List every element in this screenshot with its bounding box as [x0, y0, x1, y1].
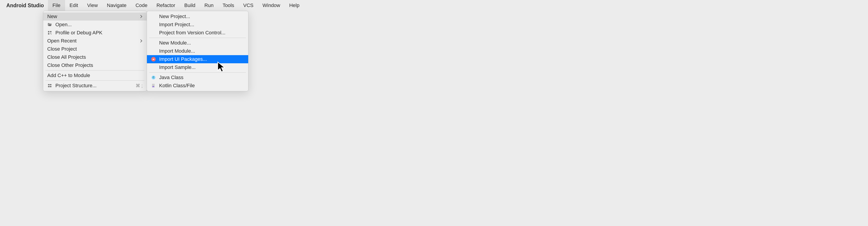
label: Import Sample... — [159, 64, 244, 70]
label: Import Project... — [159, 22, 244, 28]
menu-code[interactable]: Code — [131, 0, 152, 11]
label: Project Structure... — [55, 83, 135, 89]
profile-apk-icon — [47, 30, 52, 35]
menu-help[interactable]: Help — [285, 0, 304, 11]
label: New — [47, 13, 140, 20]
folder-open-icon — [47, 22, 52, 27]
new-kotlin-class[interactable]: Kotlin Class/File — [147, 82, 248, 90]
import-module[interactable]: Import Module... — [147, 47, 248, 55]
label: Open Recent — [47, 38, 140, 44]
menu-label: Build — [184, 2, 195, 8]
menu-window[interactable]: Window — [258, 0, 285, 11]
shortcut: ⌘ ; — [135, 83, 143, 88]
label: Close Other Projects — [47, 62, 143, 68]
menu-label: Window — [262, 2, 280, 8]
menu-label: Code — [135, 2, 148, 8]
from-version-control[interactable]: Project from Version Control... — [147, 29, 248, 37]
chevron-right-icon — [139, 39, 142, 42]
menu-edit[interactable]: Edit — [65, 0, 83, 11]
menu-run[interactable]: Run — [200, 0, 218, 11]
menu-label: VCS — [243, 2, 253, 8]
menu-refactor[interactable]: Refactor — [152, 0, 180, 11]
menu-tools[interactable]: Tools — [218, 0, 239, 11]
menubar: Android Studio File Edit View Navigate C… — [0, 0, 868, 11]
menu-label: Refactor — [156, 2, 175, 8]
new-project[interactable]: New Project... — [147, 12, 248, 21]
menu-label: File — [53, 2, 60, 8]
file-close-other[interactable]: Close Other Projects — [43, 61, 147, 69]
menu-label: Navigate — [107, 2, 127, 8]
label: Open... — [55, 22, 143, 28]
file-open-recent[interactable]: Open Recent — [43, 37, 147, 45]
new-submenu-dropdown: New Project... Import Project... Project… — [147, 11, 248, 91]
menu-vcs[interactable]: VCS — [239, 0, 258, 11]
menu-build[interactable]: Build — [180, 0, 200, 11]
label: Close All Projects — [47, 54, 143, 60]
file-project-structure[interactable]: Project Structure... ⌘ ; — [43, 82, 147, 90]
file-open[interactable]: Open... — [43, 21, 147, 29]
label: New Project... — [159, 13, 244, 20]
chevron-right-icon — [139, 15, 142, 18]
menu-label: Edit — [70, 2, 78, 8]
new-java-class[interactable]: C Java Class — [147, 73, 248, 82]
menu-view[interactable]: View — [83, 0, 102, 11]
separator — [45, 80, 145, 81]
svg-text:C: C — [153, 76, 154, 79]
relay-icon — [151, 57, 156, 62]
label: Profile or Debug APK — [55, 30, 143, 36]
file-close-project[interactable]: Close Project — [43, 45, 147, 53]
app-name: Android Studio — [2, 2, 48, 8]
file-menu-dropdown: New Open... Profile or Debug APK Open Re… — [43, 11, 147, 91]
label: Import UI Packages... — [159, 56, 244, 62]
label: New Module... — [159, 40, 244, 46]
label: Kotlin Class/File — [159, 83, 244, 89]
import-sample[interactable]: Import Sample... — [147, 63, 248, 71]
separator — [149, 38, 246, 38]
label: Close Project — [47, 46, 143, 52]
file-profile-apk[interactable]: Profile or Debug APK — [43, 29, 147, 37]
label: Import Module... — [159, 48, 244, 54]
file-new[interactable]: New — [43, 12, 147, 21]
menu-label: Run — [204, 2, 213, 8]
file-add-cpp[interactable]: Add C++ to Module — [43, 71, 147, 79]
label: Java Class — [159, 74, 244, 80]
import-project[interactable]: Import Project... — [147, 21, 248, 29]
kotlin-file-icon — [151, 83, 156, 88]
menu-navigate[interactable]: Navigate — [102, 0, 131, 11]
label: Add C++ to Module — [47, 72, 143, 78]
new-module[interactable]: New Module... — [147, 39, 248, 47]
project-structure-icon — [47, 83, 52, 88]
menu-label: Help — [289, 2, 299, 8]
label: Project from Version Control... — [159, 30, 244, 36]
menu-label: View — [87, 2, 98, 8]
menu-label: Tools — [223, 2, 234, 8]
menu-file[interactable]: File — [48, 0, 65, 11]
file-close-all[interactable]: Close All Projects — [43, 53, 147, 61]
import-ui-packages[interactable]: Import UI Packages... — [147, 55, 248, 63]
java-class-icon: C — [151, 75, 156, 80]
